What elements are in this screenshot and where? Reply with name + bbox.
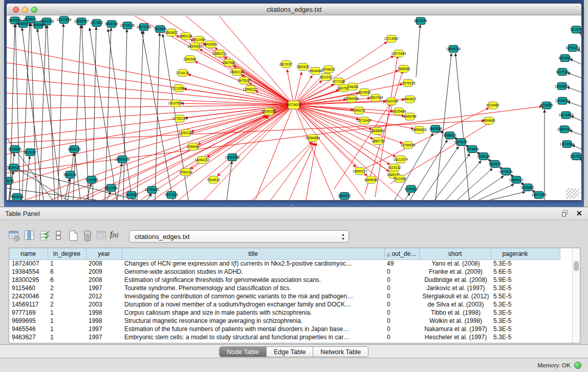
network-canvas[interactable]: 1640557913562120691406143276051065528715… (7, 16, 581, 200)
network-graph[interactable]: 1640557913562120691406143276051065528715… (7, 16, 581, 200)
create-table-icon[interactable] (68, 230, 81, 243)
table-cell[interactable]: 1 (48, 333, 86, 341)
table-cell[interactable]: Disruption of a novel member of a sodium… (122, 300, 384, 309)
table-cell[interactable]: de Silva et al. (2003) (419, 300, 491, 309)
table-row[interactable]: 977716911998Corpus callosum shape and si… (9, 309, 560, 317)
table-row[interactable]: 1456911722003Disruption of a novel membe… (9, 300, 560, 309)
window-titlebar[interactable]: citations_edges.txt (7, 4, 581, 15)
table-cell[interactable]: Investigating the contribution of common… (122, 292, 384, 300)
table-scrollbar-thumb[interactable] (574, 261, 579, 271)
table-cell[interactable]: Stergiakouli et al. (2012) (419, 292, 491, 300)
table-cell[interactable]: 0 (384, 268, 419, 276)
table-cell[interactable]: Changes of HCN gene expression and I(f) … (122, 259, 384, 268)
table-cell[interactable]: 49 (384, 259, 419, 268)
table-row[interactable]: 946362711997Embryonic stem cells: a mode… (9, 333, 560, 341)
tab-edge-table[interactable]: Edge Table (267, 347, 313, 357)
table-cell[interactable]: Yano et al. (2008) (419, 259, 491, 268)
table-cell[interactable]: 5.3E-5 (491, 300, 560, 309)
table-cell[interactable]: 1997 (86, 333, 122, 341)
table-cell[interactable]: 0 (384, 276, 419, 284)
table-cell[interactable]: 14569117 (9, 300, 48, 309)
table-cell[interactable]: 1998 (86, 309, 122, 317)
row-height-icon[interactable] (55, 230, 69, 243)
table-cell[interactable]: 5.9E-5 (491, 276, 560, 284)
table-cell[interactable]: 0 (384, 300, 419, 309)
table-cell[interactable]: Embryonic stem cells: a model to study s… (122, 333, 384, 341)
float-panel-icon[interactable] (562, 210, 569, 217)
table-cell[interactable]: 1 (48, 259, 86, 268)
table-cell[interactable]: 9699695 (9, 317, 48, 325)
tab-network-table[interactable]: Network Table (313, 347, 368, 357)
table-cell[interactable]: 1 (48, 317, 86, 325)
table-cell[interactable]: Dudbridge et al. (2008) (419, 276, 491, 284)
table-cell[interactable]: 18724007 (9, 259, 48, 268)
panel-divider-grip-icon[interactable]: ▴ (291, 203, 295, 206)
function-builder-icon[interactable]: f(x) (110, 230, 123, 243)
table-cell[interactable]: 2 (48, 300, 86, 309)
table-cell[interactable]: 2008 (86, 259, 122, 268)
table-cell[interactable]: 5.3E-5 (491, 284, 560, 292)
close-panel-icon[interactable]: × (576, 208, 582, 219)
column-header-year[interactable]: year (86, 248, 122, 259)
column-header-in-degree[interactable]: in_degree (48, 248, 86, 259)
table-settings-icon[interactable] (8, 230, 21, 243)
table-row[interactable]: 1938455462009Genome-wide association stu… (9, 268, 560, 276)
table-cell[interactable]: 5.3E-5 (491, 325, 560, 333)
table-cell[interactable]: Estimation of significance thresholds fo… (122, 276, 384, 284)
table-cell[interactable]: Franke et al. (2009) (419, 268, 491, 276)
table-selector-dropdown[interactable]: citations_edges.txt ▲▼ (129, 230, 349, 243)
canvas-resize-grip-icon[interactable] (566, 188, 579, 199)
table-cell[interactable]: 1 (48, 309, 86, 317)
column-header-short[interactable]: short (419, 248, 491, 259)
table-cell[interactable]: 5.3E-5 (491, 317, 560, 325)
table-cell[interactable]: 1997 (86, 325, 122, 333)
table-cell[interactable]: 9777169 (9, 309, 48, 317)
table-cell[interactable]: Tibbo et al. (1998) (419, 309, 491, 317)
table-cell[interactable]: 0 (384, 325, 419, 333)
table-cell[interactable]: 9465546 (9, 325, 48, 333)
table-cell[interactable]: Wolkin et al. (1998) (419, 317, 491, 325)
table-row[interactable]: 946554611997Estimation of the future num… (9, 325, 560, 333)
table-cell[interactable]: 19384554 (9, 268, 48, 276)
table-cell[interactable]: 1997 (86, 284, 122, 292)
table-row[interactable]: 911546021997Tourette syndrome. Phenomeno… (9, 284, 560, 292)
table-row[interactable]: 1830029562008Estimation of significance … (9, 276, 560, 284)
table-row[interactable]: 1872400712008Changes of HCN gene express… (9, 259, 560, 268)
table-cell[interactable]: Corpus callosum shape and size in male p… (122, 309, 384, 317)
table-cell[interactable]: 0 (384, 317, 419, 325)
table-cell[interactable]: 2003 (86, 300, 122, 309)
table-cell[interactable]: 6 (48, 276, 86, 284)
table-cell[interactable]: 2 (48, 284, 86, 292)
table-row[interactable]: 2242004622012Investigating the contribut… (9, 292, 560, 300)
table-cell[interactable]: 9463627 (9, 333, 48, 341)
table-cell[interactable]: 0 (384, 333, 419, 341)
tab-node-table[interactable]: Node Table (220, 347, 267, 357)
table-cell[interactable]: 5.3E-5 (491, 259, 560, 268)
column-header-title[interactable]: title (122, 248, 384, 259)
table-cell[interactable]: 2009 (86, 268, 122, 276)
table-cell[interactable]: Estimation of the future numbers of pati… (122, 325, 384, 333)
table-cell[interactable]: Jankovic et al. (1997) (419, 284, 491, 292)
table-scrollbar[interactable] (572, 248, 580, 343)
column-header-name[interactable]: name (9, 248, 48, 259)
delete-table-icon[interactable] (82, 230, 95, 243)
table-cell[interactable]: 5.3E-5 (491, 309, 560, 317)
table-cell[interactable]: 0 (384, 309, 419, 317)
import-table-icon[interactable] (96, 230, 109, 243)
column-header-pagerank[interactable]: pagerank (491, 248, 560, 259)
table-cell[interactable]: Tourette syndrome. Phenomenology and cla… (122, 284, 384, 292)
show-columns-icon[interactable] (24, 230, 37, 243)
table-cell[interactable]: 0 (384, 292, 419, 300)
table-cell[interactable]: 2008 (86, 276, 122, 284)
table-cell[interactable]: 6 (48, 268, 86, 276)
table-row[interactable]: 969969511998Structural magnetic resonanc… (9, 317, 560, 325)
table-cell[interactable]: Hescheler et al. (1997) (419, 333, 491, 341)
table-cell[interactable]: 9115460 (9, 284, 48, 292)
table-cell[interactable]: 18300295 (9, 276, 48, 284)
column-header-out-degree[interactable]: △out_de… (384, 248, 419, 259)
table-cell[interactable]: 1 (48, 325, 86, 333)
table-cell[interactable]: Structural magnetic resonance image aver… (122, 317, 384, 325)
table-cell[interactable]: Genome-wide association studies in ADHD. (122, 268, 384, 276)
table-cell[interactable]: 5.6E-5 (491, 268, 560, 276)
table-cell[interactable]: Nakamura et al. (1997) (419, 325, 491, 333)
